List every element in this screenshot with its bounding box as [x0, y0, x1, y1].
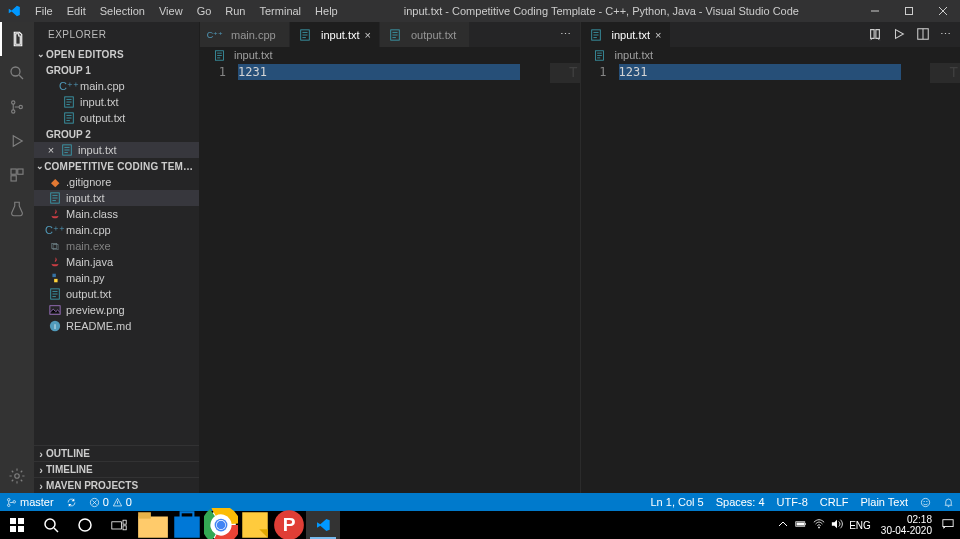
markdown-file-icon: i — [48, 319, 62, 333]
activity-extensions-icon[interactable] — [0, 158, 34, 192]
status-feedback-icon[interactable] — [914, 493, 937, 511]
run-icon[interactable] — [892, 27, 906, 43]
menu-terminal[interactable]: Terminal — [253, 0, 309, 22]
activity-search-icon[interactable] — [0, 56, 34, 90]
menu-run[interactable]: Run — [218, 0, 252, 22]
activity-scm-icon[interactable] — [0, 90, 34, 124]
close-icon[interactable]: × — [365, 29, 371, 41]
open-editor-input-txt[interactable]: input.txt — [34, 94, 199, 110]
open-editor-main-cpp[interactable]: C⁺⁺ main.cpp — [34, 78, 199, 94]
minimap[interactable]: T — [930, 63, 960, 493]
split-editor-icon[interactable] — [916, 27, 930, 43]
text-file-icon — [62, 95, 76, 109]
status-branch[interactable]: master — [0, 493, 60, 511]
minimap[interactable]: T — [550, 63, 580, 493]
menu-view[interactable]: View — [152, 0, 190, 22]
tab-input-txt[interactable]: input.txt × — [290, 22, 380, 47]
sidebar-explorer: EXPLORER ⌄ OPEN EDITORS GROUP 1 C⁺⁺ main… — [34, 22, 199, 493]
section-outline[interactable]: OUTLINE — [34, 445, 199, 461]
file-main-exe[interactable]: ⧉ main.exe — [34, 238, 199, 254]
editor-body[interactable]: 1 1231 T — [200, 63, 580, 493]
code-content[interactable]: 1231 — [619, 63, 931, 493]
file-main-cpp[interactable]: C⁺⁺ main.cpp — [34, 222, 199, 238]
menu-go[interactable]: Go — [190, 0, 219, 22]
section-timeline[interactable]: TIMELINE — [34, 461, 199, 477]
tab-output-txt[interactable]: output.txt — [380, 22, 470, 47]
window-minimize-button[interactable] — [858, 0, 892, 22]
section-project[interactable]: ⌄ COMPETITIVE CODING TEMPLATE - C+… — [34, 158, 199, 174]
window-close-button[interactable] — [926, 0, 960, 22]
file-input-txt[interactable]: input.txt — [34, 190, 199, 206]
taskbar-search-icon[interactable] — [34, 511, 68, 539]
open-editor-input-txt-group2[interactable]: × input.txt — [34, 142, 199, 158]
editor-group-1: C⁺⁺ main.cpp input.txt × o — [199, 22, 580, 493]
file-readme-md[interactable]: i README.md — [34, 318, 199, 334]
open-editors-group1-header[interactable]: GROUP 1 — [34, 62, 199, 78]
file-main-java[interactable]: Main.java — [34, 254, 199, 270]
taskbar-app-store[interactable] — [170, 511, 204, 539]
tray-volume-icon[interactable] — [831, 518, 843, 532]
taskbar-app-vscode[interactable] — [306, 511, 340, 539]
svg-point-34 — [45, 519, 55, 529]
svg-rect-55 — [797, 523, 805, 526]
window-maximize-button[interactable] — [892, 0, 926, 22]
close-icon[interactable]: × — [655, 29, 661, 41]
more-actions-icon[interactable]: ⋯ — [940, 28, 954, 42]
activity-testing-icon[interactable] — [0, 192, 34, 226]
status-cursor-pos[interactable]: Ln 1, Col 5 — [644, 493, 709, 511]
file-label: main.cpp — [66, 224, 111, 236]
file-main-class[interactable]: Main.class — [34, 206, 199, 222]
editor-body[interactable]: 1 1231 T — [581, 63, 961, 493]
svg-rect-39 — [138, 517, 168, 538]
status-problems[interactable]: 0 0 — [83, 493, 138, 511]
open-editor-output-txt[interactable]: output.txt — [34, 110, 199, 126]
open-editors-group2-header[interactable]: GROUP 2 — [34, 126, 199, 142]
compare-changes-icon[interactable] — [868, 27, 882, 43]
code-content[interactable]: 1231 — [238, 63, 550, 493]
tray-language[interactable]: ENG — [849, 520, 871, 531]
tab-bar: C⁺⁺ main.cpp input.txt × o — [200, 22, 580, 47]
tray-wifi-icon[interactable] — [813, 518, 825, 532]
more-actions-icon[interactable]: ⋯ — [560, 28, 574, 42]
text-file-icon — [62, 111, 76, 125]
section-maven-projects[interactable]: MAVEN PROJECTS — [34, 477, 199, 493]
taskbar-app-chrome[interactable] — [204, 511, 238, 539]
breadcrumb[interactable]: input.txt — [581, 47, 961, 63]
activity-debug-icon[interactable] — [0, 124, 34, 158]
menu-selection[interactable]: Selection — [93, 0, 152, 22]
tray-clock[interactable]: 02:18 30-04-2020 — [877, 514, 936, 536]
menu-edit[interactable]: Edit — [60, 0, 93, 22]
status-eol[interactable]: CRLF — [814, 493, 855, 511]
tray-up-icon[interactable] — [777, 518, 789, 532]
status-language[interactable]: Plain Text — [855, 493, 915, 511]
section-open-editors[interactable]: ⌄ OPEN EDITORS — [34, 46, 199, 62]
svg-point-2 — [12, 101, 15, 104]
taskbar-app-generic[interactable]: P — [272, 511, 306, 539]
status-notifications-icon[interactable] — [937, 493, 960, 511]
tab-input-txt[interactable]: input.txt × — [581, 22, 671, 47]
taskbar-cortana-icon[interactable] — [68, 511, 102, 539]
tray-notifications-icon[interactable] — [942, 518, 954, 532]
file-label: output.txt — [80, 112, 125, 124]
section-label: TIMELINE — [46, 464, 93, 475]
close-icon[interactable]: × — [44, 144, 58, 156]
menu-help[interactable]: Help — [308, 0, 345, 22]
menu-file[interactable]: File — [28, 0, 60, 22]
status-encoding[interactable]: UTF-8 — [771, 493, 814, 511]
start-button[interactable] — [0, 511, 34, 539]
tab-main-cpp[interactable]: C⁺⁺ main.cpp — [200, 22, 290, 47]
file-output-txt[interactable]: output.txt — [34, 286, 199, 302]
text-file-icon — [298, 28, 312, 42]
file-preview-png[interactable]: preview.png — [34, 302, 199, 318]
tray-battery-icon[interactable] — [795, 518, 807, 532]
file-gitignore[interactable]: ◆ .gitignore — [34, 174, 199, 190]
file-main-py[interactable]: main.py — [34, 270, 199, 286]
taskbar-app-sticky-notes[interactable] — [238, 511, 272, 539]
taskbar-app-file-explorer[interactable] — [136, 511, 170, 539]
activity-settings-icon[interactable] — [0, 459, 34, 493]
status-indentation[interactable]: Spaces: 4 — [710, 493, 771, 511]
status-sync[interactable] — [60, 493, 83, 511]
breadcrumb[interactable]: input.txt — [200, 47, 580, 63]
activity-explorer-icon[interactable] — [0, 22, 34, 56]
taskbar-task-view-icon[interactable] — [102, 511, 136, 539]
